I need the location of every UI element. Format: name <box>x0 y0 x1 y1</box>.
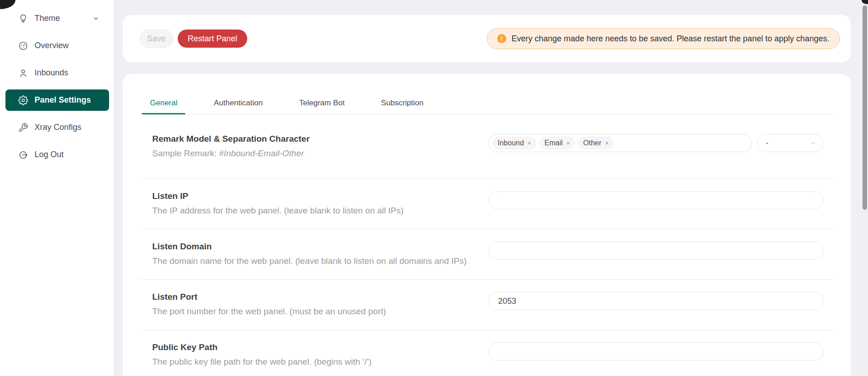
row-title: Listen IP <box>152 191 489 201</box>
row-title: Remark Model & Separation Character <box>152 134 489 144</box>
listen-ip-input[interactable] <box>489 191 823 209</box>
tab-telegram-bot[interactable]: Telegram Bot <box>291 92 353 114</box>
row-control <box>489 242 823 279</box>
vertical-scrollbar[interactable] <box>862 0 868 376</box>
sidebar-item-inbounds[interactable]: Inbounds <box>5 62 109 84</box>
public-key-path-input[interactable] <box>489 342 823 361</box>
user-icon <box>18 68 28 78</box>
row-title: Listen Domain <box>152 242 489 252</box>
row-label: Remark Model & Separation Character Samp… <box>152 134 489 178</box>
alert-text: Every change made here needs to be saved… <box>512 34 829 44</box>
row-control <box>489 191 823 229</box>
wrench-icon <box>18 123 28 133</box>
tag-label: Inbound <box>498 139 524 147</box>
dashboard-icon <box>18 41 28 51</box>
form-row-listen-ip: Listen IP The IP address for the web pan… <box>140 179 836 229</box>
separator-select[interactable]: - <box>757 134 823 152</box>
row-control <box>489 292 823 330</box>
tag-label: Email <box>544 139 563 147</box>
sidebar-item-xray-configs[interactable]: Xray Configs <box>5 117 109 138</box>
form-row-public-key-path: Public Key Path The public key file path… <box>140 330 836 376</box>
row-control: Inbound × Email × Other × - <box>489 134 823 178</box>
form-row-remark-model: Remark Model & Separation Character Samp… <box>140 114 836 179</box>
sidebar-item-label: Inbounds <box>35 68 68 78</box>
sidebar-item-log-out[interactable]: Log Out <box>5 144 109 165</box>
toolbar-card: Save Restart Panel ! Every change made h… <box>123 15 851 62</box>
scrollbar-thumb[interactable] <box>863 5 867 210</box>
chevron-down-icon <box>810 140 817 147</box>
close-icon[interactable]: × <box>528 140 531 146</box>
warning-icon: ! <box>497 34 506 43</box>
sidebar-item-label: Log Out <box>35 150 64 159</box>
separator-value: - <box>766 139 768 148</box>
tab-authentication[interactable]: Authentication <box>205 92 271 114</box>
sidebar: Theme Overview Inbounds <box>0 0 114 376</box>
sample-remark-value: #Inbound-Email-Other <box>219 148 304 158</box>
tag-email: Email × <box>539 137 575 149</box>
listen-domain-input[interactable] <box>489 242 823 260</box>
listen-port-input[interactable] <box>489 292 823 310</box>
row-control <box>489 342 823 376</box>
row-label: Public Key Path The public key file path… <box>152 342 489 376</box>
row-subtitle: Sample Remark: #Inbound-Email-Other <box>152 148 489 158</box>
panel-settings-card: General Authentication Telegram Bot Subs… <box>123 74 851 376</box>
remark-model-tags-input[interactable]: Inbound × Email × Other × <box>489 134 752 152</box>
sidebar-item-label: Theme <box>35 14 60 23</box>
tag-inbound: Inbound × <box>493 137 536 149</box>
sidebar-item-overview[interactable]: Overview <box>5 35 109 56</box>
logout-icon <box>18 150 28 160</box>
row-label: Listen Domain The domain name for the we… <box>152 242 489 279</box>
unsaved-changes-alert: ! Every change made here needs to be sav… <box>487 28 840 49</box>
sidebar-nav: Theme Overview Inbounds <box>0 8 114 165</box>
tag-other: Other × <box>578 137 614 149</box>
row-subtitle: The port number for the web panel. (must… <box>152 307 489 317</box>
row-label: Listen Port The port number for the web … <box>152 292 489 330</box>
sidebar-item-label: Overview <box>35 41 69 50</box>
settings-tabs: General Authentication Telegram Bot Subs… <box>140 92 836 114</box>
restart-panel-button[interactable]: Restart Panel <box>178 30 247 48</box>
row-label: Listen IP The IP address for the web pan… <box>152 191 489 229</box>
tab-subscription[interactable]: Subscription <box>373 92 432 114</box>
close-icon[interactable]: × <box>605 140 609 146</box>
gear-icon <box>18 95 28 105</box>
row-title: Public Key Path <box>152 342 489 352</box>
close-icon[interactable]: × <box>566 140 570 146</box>
tab-general[interactable]: General <box>142 92 185 114</box>
sample-remark-prefix: Sample Remark: <box>152 148 219 158</box>
sidebar-item-label: Panel Settings <box>35 95 91 105</box>
sidebar-item-theme[interactable]: Theme <box>5 8 109 29</box>
tag-label: Other <box>583 139 601 147</box>
form-row-listen-port: Listen Port The port number for the web … <box>140 280 836 330</box>
row-subtitle: The IP address for the web panel. (leave… <box>152 206 489 216</box>
sidebar-item-panel-settings[interactable]: Panel Settings <box>5 89 109 111</box>
lightbulb-icon <box>18 14 28 24</box>
form-row-listen-domain: Listen Domain The domain name for the we… <box>140 229 836 280</box>
chevron-down-icon <box>93 15 99 22</box>
row-subtitle: The public key file path for the web pan… <box>152 357 489 367</box>
save-button[interactable]: Save <box>140 30 173 48</box>
sidebar-item-label: Xray Configs <box>35 123 81 132</box>
row-subtitle: The domain name for the web panel. (leav… <box>152 256 489 266</box>
row-title: Listen Port <box>152 292 489 302</box>
